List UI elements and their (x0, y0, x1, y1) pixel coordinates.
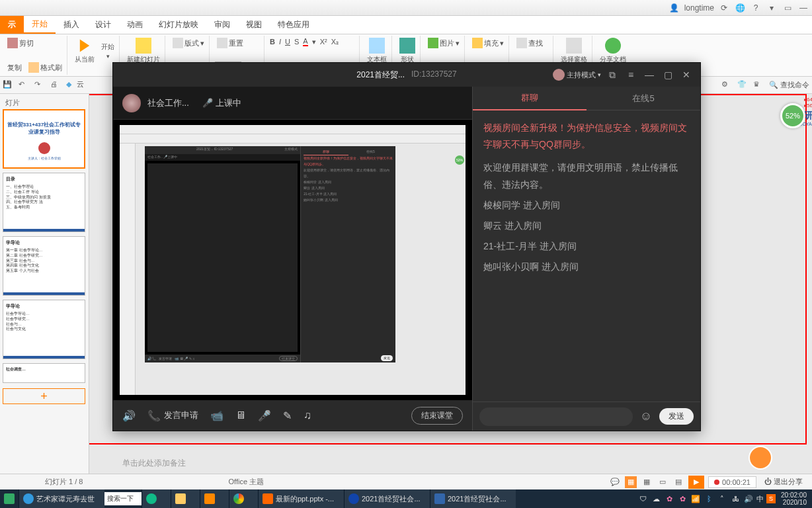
play-from-current-button[interactable]: 从当前 (73, 37, 97, 65)
font-color-button[interactable]: A (303, 37, 307, 46)
close-window-icon[interactable]: — (797, 2, 809, 14)
format-painter-button[interactable]: 格式刷 (26, 62, 64, 73)
tab-view[interactable]: 视图 (238, 16, 270, 34)
minimize-icon[interactable]: — (642, 67, 657, 82)
tray-cloud-icon[interactable]: ☁ (651, 493, 661, 504)
screenshare-button[interactable]: 🖥 (235, 409, 246, 421)
ime-indicator[interactable]: 中 (756, 493, 764, 504)
tab-special[interactable]: 特色应用 (270, 16, 317, 34)
emoji-button[interactable]: ☺ (638, 409, 654, 425)
tab-animation[interactable]: 动画 (119, 16, 151, 34)
slide-thumb-3[interactable]: 学导论 第一章 社会学导论…第二章 社会学研究…第三章 社会与…第四章 社会与文… (3, 236, 85, 296)
add-slide-button[interactable]: + (3, 388, 85, 404)
notes-view-icon[interactable]: ▤ (672, 476, 684, 488)
slide-thumb-1[interactable]: 首经贸331+437社会工作初试专业课复习指导 主讲人：社会工作学姐 (3, 109, 85, 169)
tray-app2-icon[interactable]: ✿ (677, 493, 688, 504)
tray-vol-icon[interactable]: 🔊 (743, 493, 754, 504)
comments-icon[interactable]: 💬 (609, 476, 621, 488)
taskbar-clock[interactable]: 20:02:002020/10 (778, 491, 809, 506)
cut-button[interactable]: 剪切 (5, 37, 64, 49)
superscript-button[interactable]: X² (320, 38, 327, 46)
share-doc-button[interactable]: 分享文档 (598, 37, 628, 65)
slide-thumb-2[interactable]: 目录 一、社会学理论二、社会工作 导论三、中级使用的问 加资质四、社会学研究方 … (3, 173, 85, 232)
tab-review[interactable]: 审阅 (206, 16, 238, 34)
help-icon[interactable]: ? (750, 2, 762, 14)
highlight-button[interactable]: ▾ (312, 38, 316, 46)
user-avatar[interactable]: 👤 (669, 2, 680, 14)
talk-request-button[interactable]: 📞发言申请 (147, 409, 198, 422)
host-mode-badge[interactable]: 主持模式▾ (553, 69, 601, 81)
tray-chevron-icon[interactable]: ˄ (717, 493, 727, 504)
normal-view-icon[interactable]: ▦ (625, 476, 637, 488)
taskbar-chrome[interactable] (229, 489, 258, 508)
taskbar-edge[interactable] (142, 489, 171, 508)
bold-button[interactable]: B (270, 38, 275, 46)
underline-button[interactable]: U (285, 38, 290, 46)
play-from-begin-button[interactable]: 开始▾ (99, 42, 116, 60)
subscript-button[interactable]: X₂ (331, 38, 339, 46)
globe-icon[interactable]: 🌐 (734, 2, 746, 14)
tab-group-chat[interactable]: 群聊 (473, 87, 587, 110)
slide-thumb-4[interactable]: 学导论 社会学导论…社会学研究…社会与…社会与文化 (3, 300, 85, 359)
restore-window-icon[interactable]: ▭ (782, 2, 793, 14)
taskbar-store[interactable] (200, 489, 229, 508)
undo-icon[interactable]: ↶ (19, 80, 29, 91)
taskbar-explorer[interactable] (171, 489, 200, 508)
end-class-button[interactable]: 结束课堂 (411, 407, 463, 425)
camera-button[interactable]: 📹 (210, 409, 223, 422)
save-icon[interactable]: 💾 (3, 80, 13, 91)
exit-share-button[interactable]: ⏻ 退出分享 (760, 476, 807, 488)
ime-sogou-icon[interactable]: S (766, 494, 776, 503)
tray-net-icon[interactable]: 🖧 (730, 493, 741, 504)
tray-bt-icon[interactable]: ᛒ (704, 493, 714, 504)
tray-wifi-icon[interactable]: 📶 (690, 493, 701, 504)
speaker-button[interactable]: 🔊 (122, 409, 136, 422)
notes-placeholder[interactable]: 单击此处添加备注 (122, 458, 799, 470)
find-command[interactable]: 🔍 查找命令 (769, 80, 809, 90)
recording-timer[interactable]: 00:00:21 (708, 476, 756, 488)
whiteboard-button[interactable]: ✎ (283, 409, 292, 422)
reset-button[interactable]: 重置 (215, 37, 261, 49)
taskbar-wps[interactable]: 最新的ppt.pptx -... (258, 489, 344, 508)
tab-online-users[interactable]: 在线5 (587, 87, 700, 110)
skin-icon[interactable]: 👕 (737, 80, 748, 91)
redo-icon[interactable]: ↷ (34, 80, 45, 91)
maximize-icon[interactable]: ▢ (661, 67, 675, 82)
chevron-down-icon[interactable]: ▾ (766, 2, 778, 14)
fill-button[interactable]: 填充▾ (470, 37, 506, 49)
layout-button[interactable]: 版式▾ (171, 37, 206, 49)
tray-shield-icon[interactable]: 🛡 (637, 493, 648, 504)
menu-icon[interactable]: ≡ (624, 67, 638, 82)
taskbar-qq-1[interactable]: 2021首经贸社会... (344, 489, 430, 508)
tray-app1-icon[interactable]: ✿ (664, 493, 674, 504)
tab-insert[interactable]: 插入 (56, 16, 87, 34)
send-button[interactable]: 发送 (659, 408, 694, 425)
slideshow-button[interactable]: ▶ (688, 476, 704, 489)
cloud-sync-icon[interactable]: ⟳ (718, 2, 730, 14)
tab-present[interactable]: 示 (0, 16, 24, 34)
reading-view-icon[interactable]: ▭ (657, 476, 669, 488)
find-button[interactable]: 查找 (514, 37, 550, 49)
italic-button[interactable]: I (279, 38, 281, 46)
start-button[interactable] (0, 489, 19, 508)
picture-button[interactable]: 图片▾ (426, 37, 462, 49)
chat-text-input[interactable] (479, 407, 633, 426)
print-icon[interactable]: 🖨 (50, 80, 61, 91)
tab-start[interactable]: 开始 (24, 16, 56, 34)
chat-message-list[interactable]: 视频房间全新升级！为保护信息安全，视频房间文字聊天不再与QQ群同步。 欢迎使用群… (473, 110, 700, 402)
slide-thumb-5[interactable]: 社会调查… (3, 363, 85, 383)
vip-icon[interactable]: ♛ (753, 80, 764, 91)
tab-design[interactable]: 设计 (87, 16, 119, 34)
music-button[interactable]: ♫ (304, 409, 311, 421)
select-pane-button[interactable]: 选择窗格 (559, 37, 589, 65)
sorter-view-icon[interactable]: ▦ (641, 476, 653, 488)
strike-button[interactable]: S (294, 38, 299, 46)
mic-button[interactable]: 🎤 (258, 409, 271, 422)
close-icon[interactable]: ✕ (679, 67, 694, 82)
taskbar-qq-2[interactable]: 2021首经贸社会... (430, 489, 516, 508)
popout-icon[interactable]: ⧉ (605, 67, 620, 82)
gear-icon[interactable]: ⚙ (721, 80, 732, 91)
copy-button[interactable]: 复制 (5, 62, 24, 73)
cloud-service[interactable]: ◆云 (66, 79, 84, 91)
tab-slideshow[interactable]: 幻灯片放映 (151, 16, 206, 34)
